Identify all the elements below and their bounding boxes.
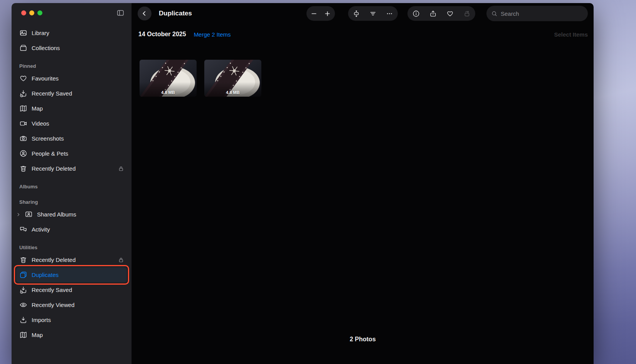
sidebar-item-label: Screenshots	[32, 135, 64, 142]
page-title: Duplicates	[159, 10, 192, 17]
favorite-heart-icon	[446, 10, 454, 17]
duplicates-icon	[19, 271, 27, 279]
info-icon	[412, 10, 420, 17]
collections-icon	[19, 44, 27, 52]
photo-size-label: 4.8 MB	[140, 90, 197, 95]
search-field[interactable]	[486, 6, 588, 21]
photo-count-footer: 2 Photos	[132, 336, 594, 343]
sidebar-item-recently-viewed[interactable]: Recently Viewed	[16, 297, 127, 312]
main-content: Duplicates	[132, 3, 594, 364]
sidebar-item-map[interactable]: Map	[16, 101, 127, 116]
zoom-out-icon	[310, 10, 318, 17]
section-header-sharing: Sharing	[16, 191, 127, 207]
sidebar-item-label: Imports	[32, 317, 51, 323]
photo-size-label: 4.8 MB	[204, 90, 261, 95]
sidebar-item-label: Recently Saved	[32, 90, 72, 97]
sidebar-item-label: People & Pets	[32, 150, 68, 157]
close-button[interactable]	[21, 10, 26, 15]
search-icon	[491, 10, 498, 17]
section-header-pinned: Pinned	[16, 55, 127, 71]
sidebar-item-label: Recently Deleted	[32, 165, 76, 172]
sidebar-item-label: Recently Viewed	[32, 302, 74, 308]
share-button[interactable]	[424, 6, 441, 21]
sidebar-item-label: Duplicates	[32, 272, 59, 278]
minimize-button[interactable]	[29, 10, 34, 15]
person-circle-icon	[19, 149, 27, 158]
section-header-albums: Albums	[16, 176, 127, 191]
date-header-row: 14 October 2025 Merge 2 Items Select Ite…	[138, 30, 588, 39]
sidebar-item-label: Map	[32, 332, 43, 338]
photos-window: Library Collections Pinned Favourites	[12, 3, 594, 364]
sidebar-item-people-pets[interactable]: People & Pets	[16, 146, 127, 161]
merge-items-link[interactable]: Merge 2 Items	[194, 31, 231, 38]
zoom-in-button[interactable]	[321, 6, 334, 21]
sidebar-item-recently-saved-utilities[interactable]: Recently Saved	[16, 282, 127, 297]
aspect-toggle-icon	[353, 10, 360, 17]
trash-icon	[19, 164, 27, 173]
map-icon	[19, 331, 27, 339]
rotate-icon	[463, 10, 471, 17]
photo-thumbnail[interactable]: 4.8 MB	[140, 60, 197, 97]
zoom-out-button[interactable]	[307, 6, 321, 21]
filter-button[interactable]	[365, 6, 381, 21]
sidebar-item-screenshots[interactable]: Screenshots	[16, 131, 127, 146]
recently-saved-icon	[19, 286, 27, 294]
sidebar-titlebar	[12, 3, 131, 22]
sidebar-item-shared-albums[interactable]: Shared Albums	[16, 207, 127, 222]
ellipsis-icon	[386, 10, 393, 17]
sidebar-item-label: Favourites	[32, 75, 59, 82]
select-items-button[interactable]: Select Items	[554, 31, 588, 38]
view-options-group	[348, 6, 398, 21]
sidebar-item-favourites[interactable]: Favourites	[16, 71, 127, 86]
actions-group	[407, 6, 475, 21]
recently-saved-icon	[19, 89, 27, 97]
sidebar-item-label: Recently Saved	[32, 287, 72, 293]
info-button[interactable]	[407, 6, 424, 21]
photo-thumbnail[interactable]: 4.8 MB	[204, 60, 261, 97]
eye-icon	[19, 301, 27, 309]
sidebar: Library Collections Pinned Favourites	[12, 3, 132, 364]
share-icon	[429, 10, 437, 17]
aspect-toggle-button[interactable]	[348, 6, 365, 21]
sidebar-item-label: Collections	[32, 45, 60, 51]
imports-icon	[19, 316, 27, 324]
map-icon	[19, 104, 27, 112]
heart-icon	[19, 74, 27, 82]
sidebar-item-label: Videos	[32, 120, 49, 127]
sidebar-item-imports[interactable]: Imports	[16, 312, 127, 327]
zoom-button[interactable]	[37, 10, 42, 15]
sidebar-item-recently-saved[interactable]: Recently Saved	[16, 86, 127, 101]
toolbar: Duplicates	[132, 3, 594, 24]
sidebar-item-recently-deleted-utilities[interactable]: Recently Deleted	[16, 252, 127, 267]
chat-bubbles-icon	[19, 225, 27, 233]
sidebar-item-label: Shared Albums	[37, 211, 76, 218]
favorite-button[interactable]	[441, 6, 458, 21]
zoom-in-icon	[324, 10, 331, 17]
sidebar-item-duplicates[interactable]: Duplicates	[16, 267, 127, 282]
search-input[interactable]	[501, 10, 583, 17]
chevron-right-icon[interactable]	[16, 212, 21, 217]
shared-album-icon	[25, 210, 33, 218]
sidebar-item-collections[interactable]: Collections	[16, 40, 127, 55]
rotate-button[interactable]	[458, 6, 475, 21]
sidebar-item-videos[interactable]: Videos	[16, 116, 127, 131]
zoom-control-group	[306, 6, 335, 21]
sidebar-item-recently-deleted-pinned[interactable]: Recently Deleted	[16, 161, 127, 176]
video-camera-icon	[19, 119, 27, 127]
traffic-lights	[21, 10, 42, 15]
lock-icon	[118, 166, 124, 171]
more-options-button[interactable]	[381, 6, 398, 21]
back-button[interactable]	[138, 7, 151, 20]
section-header-utilities: Utilities	[16, 237, 127, 252]
back-chevron-icon	[141, 10, 148, 17]
date-header: 14 October 2025	[138, 31, 186, 38]
sidebar-item-activity[interactable]: Activity	[16, 222, 127, 237]
sidebar-item-library[interactable]: Library	[16, 25, 127, 40]
sidebar-item-label: Activity	[32, 226, 50, 233]
sidebar-list: Library Collections Pinned Favourites	[12, 22, 131, 364]
duplicate-photos-row: 4.8 MB	[140, 60, 261, 97]
sidebar-item-map-utilities[interactable]: Map	[16, 327, 127, 342]
filter-icon	[369, 10, 377, 17]
trash-icon	[19, 256, 27, 264]
sidebar-toggle-button[interactable]	[115, 8, 125, 17]
